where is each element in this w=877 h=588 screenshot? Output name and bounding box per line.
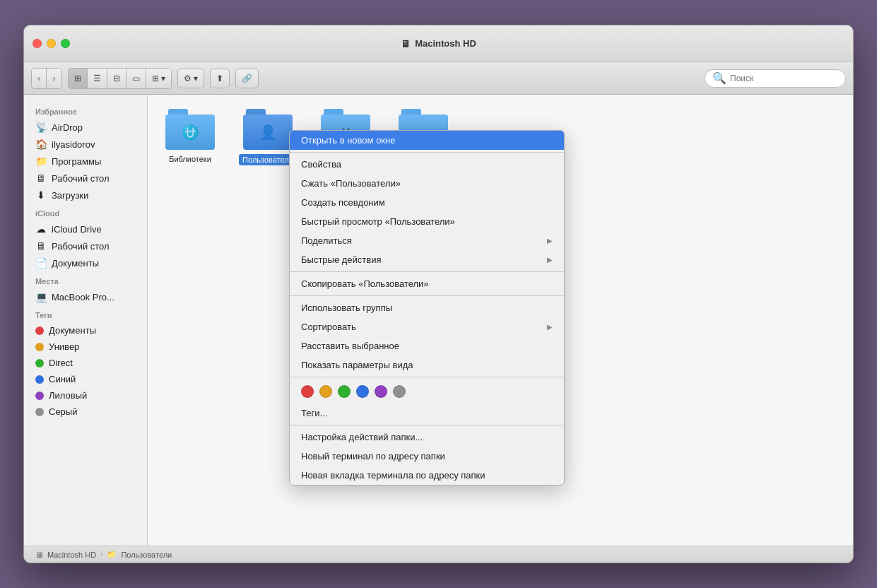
sidebar-item-label: Direct [49, 358, 73, 368]
sidebar-item-tag-blue[interactable]: Синий [24, 371, 147, 387]
cm-open-new-window[interactable]: Открыть в новом окне [290, 131, 564, 150]
sidebar-item-tag-purple[interactable]: Лиловый [24, 387, 147, 404]
tag-gray-dot [35, 408, 44, 416]
cm-sep-3 [290, 295, 564, 296]
main-area: Избранное 📡 AirDrop 🏠 ilyasidorov 📁 Прог… [24, 95, 853, 546]
cm-use-groups[interactable]: Использовать группы [290, 298, 564, 317]
close-button[interactable] [33, 39, 42, 48]
view-options-button[interactable]: ⊞ ▾ [146, 69, 171, 88]
sidebar-item-label: MacBook Pro... [52, 292, 114, 302]
sidebar-item-tag-univer[interactable]: Универ [24, 339, 147, 355]
cm-copy[interactable]: Скопировать «Пользователи» [290, 274, 564, 293]
context-menu: Открыть в новом окне Свойства Сжать «Пол… [289, 130, 565, 486]
file-item-libraries[interactable]: ⛎ Библиотеки [162, 109, 218, 164]
sidebar-item-tag-docs[interactable]: Документы [24, 322, 147, 339]
cm-sep-2 [290, 271, 564, 272]
tag-red-dot [35, 327, 44, 335]
minimize-button[interactable] [47, 39, 56, 48]
cm-arrange[interactable]: Расставить выбранное [290, 336, 564, 355]
docs-icon: 📄 [35, 257, 47, 269]
tag-red-swatch[interactable] [301, 385, 314, 398]
sidebar-item-ilyasidorov[interactable]: 🏠 ilyasidorov [24, 136, 147, 153]
cm-new-terminal-tab[interactable]: Новая вкладка терминала по адресу папки [290, 466, 564, 485]
sidebar-item-tag-gray[interactable]: Серый [24, 404, 147, 420]
favorites-label: Избранное [24, 102, 147, 119]
back-button[interactable]: ‹ [32, 69, 47, 88]
action-button[interactable]: ⚙ ▾ [177, 69, 204, 88]
file-area: ⛎ Библиотеки 👤 Пользователи [148, 95, 853, 546]
list-view-button[interactable]: ☰ [88, 69, 107, 88]
icloud-label: iCloud [24, 204, 147, 220]
cm-tags-row [290, 380, 564, 404]
sidebar-item-label: Загрузки [52, 190, 88, 201]
column-view-button[interactable]: ⊟ [107, 69, 126, 88]
macbook-icon: 💻 [35, 291, 47, 302]
cm-sep-4 [290, 377, 564, 377]
statusbar: 🖥 Macintosh HD › 📁 Пользователи [24, 546, 853, 563]
search-bar[interactable]: 🔍 [705, 69, 846, 88]
sidebar-item-tag-direct[interactable]: Direct [24, 355, 147, 371]
tag-blue-swatch[interactable] [356, 385, 369, 398]
tag-yellow-swatch[interactable] [319, 385, 332, 398]
file-item-users[interactable]: 👤 Пользователи [240, 109, 296, 165]
view-buttons: ⊞ ☰ ⊟ ▭ ⊞ ▾ [68, 68, 172, 89]
sidebar-item-label: Рабочий стол [52, 173, 110, 184]
sidebar-item-label: Рабочий стол [52, 241, 110, 252]
sidebar-item-label: Универ [49, 341, 79, 352]
cm-new-terminal[interactable]: Новый терминал по адресу папки [290, 447, 564, 466]
tag-button[interactable]: 🔗 [235, 69, 259, 88]
titlebar: 🖥 Macintosh HD [24, 25, 853, 62]
folder-icon-status: 📁 [107, 550, 117, 559]
cm-quicklook[interactable]: Быстрый просмотр «Пользователи» [290, 212, 564, 231]
sidebar-item-label: Серый [49, 406, 77, 417]
icon-view-button[interactable]: ⊞ [69, 69, 88, 88]
statusbar-hdd-label: Macintosh HD [47, 551, 96, 559]
places-label: Места [24, 271, 147, 288]
airdrop-icon: 📡 [35, 122, 47, 133]
tag-green-swatch[interactable] [338, 385, 351, 398]
sidebar-item-programs[interactable]: 📁 Программы [24, 153, 147, 170]
sidebar-item-label: Лиловый [49, 390, 87, 401]
tag-purple-swatch[interactable] [375, 385, 387, 398]
sidebar-item-label: Документы [49, 325, 96, 336]
programs-icon: 📁 [35, 155, 47, 167]
breadcrumb-separator: › [100, 551, 102, 558]
home-icon: 🏠 [35, 139, 47, 150]
hdd-icon-status: 🖥 [35, 551, 43, 559]
search-icon: 🔍 [712, 71, 726, 85]
tag-gray-swatch[interactable] [393, 385, 406, 398]
folder-users-icon: 👤 [243, 109, 293, 150]
share-button[interactable]: ⬆ [210, 69, 230, 88]
cm-folder-actions[interactable]: Настройка действий папки... [290, 428, 564, 447]
cm-alias[interactable]: Создать псевдоним [290, 193, 564, 212]
cm-view-params[interactable]: Показать параметры вида [290, 355, 564, 375]
quick-actions-arrow: ▶ [547, 256, 553, 264]
sidebar-item-airdrop[interactable]: 📡 AirDrop [24, 119, 147, 136]
sort-arrow: ▶ [547, 323, 553, 331]
desktop-icon2: 🖥 [35, 240, 47, 252]
sidebar-item-downloads[interactable]: ⬇ Загрузки [24, 187, 147, 204]
cm-compress[interactable]: Сжать «Пользователи» [290, 174, 564, 193]
sidebar-item-icloud-drive[interactable]: ☁ iCloud Drive [24, 220, 147, 237]
tag-green-dot [35, 359, 44, 368]
downloads-icon: ⬇ [35, 189, 47, 201]
sidebar-item-icloud-desktop[interactable]: 🖥 Рабочий стол [24, 237, 147, 254]
maximize-button[interactable] [61, 39, 70, 48]
sidebar-item-label: AirDrop [52, 122, 83, 133]
search-input[interactable] [730, 74, 838, 83]
tag-blue-dot [35, 375, 44, 384]
finder-window: 🖥 Macintosh HD ‹ › ⊞ ☰ ⊟ ▭ ⊞ ▾ ⚙ ▾ ⬆ 🔗 🔍… [23, 25, 854, 563]
cm-share[interactable]: Поделиться ▶ [290, 231, 564, 250]
cm-quick-actions[interactable]: Быстрые действия ▶ [290, 250, 564, 269]
sidebar-item-icloud-docs[interactable]: 📄 Документы [24, 254, 147, 271]
toolbar: ‹ › ⊞ ☰ ⊟ ▭ ⊞ ▾ ⚙ ▾ ⬆ 🔗 🔍 [24, 62, 853, 95]
gallery-view-button[interactable]: ▭ [126, 69, 146, 88]
sidebar-item-macbook[interactable]: 💻 MacBook Pro... [24, 288, 147, 305]
cm-properties[interactable]: Свойства [290, 155, 564, 174]
file-label-libraries: Библиотеки [169, 154, 211, 164]
hdd-icon: 🖥 [401, 38, 411, 49]
sidebar-item-desktop[interactable]: 🖥 Рабочий стол [24, 170, 147, 187]
cm-tags-ellipsis[interactable]: Теги... [290, 404, 564, 423]
cm-sort[interactable]: Сортировать ▶ [290, 317, 564, 336]
forward-button[interactable]: › [47, 69, 61, 88]
